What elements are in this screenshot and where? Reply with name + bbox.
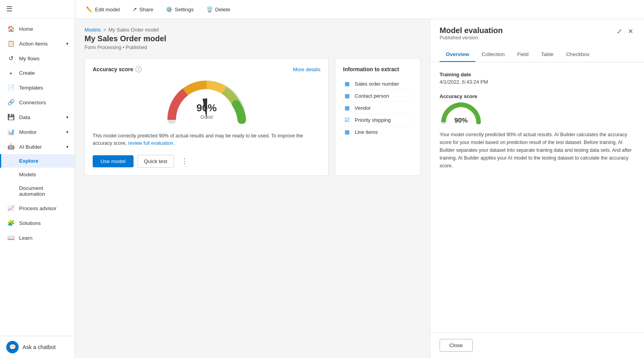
extract-item: ▦Vendor — [343, 102, 412, 114]
panel-body: Training date 4/1/2022, 6:43:24 PM Accur… — [430, 62, 644, 332]
sidebar-nav: 🏠 Home 📋 Action items ▾↺ My flows + Crea… — [0, 18, 75, 336]
extract-item: ☑Priority shipping — [343, 114, 412, 126]
checkbox-icon: ☑ — [343, 117, 351, 123]
table-icon: ▦ — [343, 81, 351, 87]
right-panel: Model evaluation Published version ⤢ ✕ O… — [430, 19, 644, 358]
top-toolbar: ✏️ Edit model ↗ Share ⚙️ Settings 🗑️ Del… — [75, 0, 644, 19]
ai-builder-icon: 🤖 — [7, 143, 14, 150]
more-options-button[interactable]: ⋮ — [178, 155, 191, 167]
close-panel-button[interactable]: ✕ — [626, 26, 635, 37]
tab-overview[interactable]: Overview — [440, 47, 475, 62]
edit-model-button[interactable]: ✏️ Edit model — [84, 5, 121, 14]
sidebar-item-connectors[interactable]: 🔗 Connectors — [0, 95, 75, 110]
more-details-link[interactable]: More details — [293, 67, 320, 72]
gauge-good-label: Good — [196, 114, 216, 120]
sidebar-item-action-items[interactable]: 📋 Action items ▾ — [0, 36, 75, 51]
extract-item-label: Vendor — [355, 105, 371, 111]
mini-gauge-pct: 90% — [454, 117, 468, 125]
extract-item: ▦Sales order number — [343, 78, 412, 90]
panel-accuracy-section: Accuracy score 90% Your model correctly … — [440, 93, 635, 170]
use-model-button[interactable]: Use model — [93, 155, 134, 167]
table-icon: ▦ — [343, 105, 351, 111]
extract-list: ▦Sales order number▦Contact person▦Vendo… — [343, 78, 412, 138]
share-icon: ↗ — [132, 6, 137, 12]
chevron-icon: ▾ — [66, 130, 69, 135]
chevron-icon: ▾ — [66, 41, 69, 46]
share-button[interactable]: ↗ Share — [131, 5, 155, 14]
quick-test-button[interactable]: Quick test — [137, 155, 174, 168]
settings-icon: ⚙️ — [166, 6, 172, 12]
sidebar-item-monitor[interactable]: 📊 Monitor ▾ — [0, 125, 75, 139]
extract-item-label: Priority shipping — [355, 117, 391, 123]
accuracy-description: This model correctly predicted 90% of ac… — [93, 132, 320, 147]
chevron-icon: ▾ — [66, 115, 69, 120]
review-evaluation-link[interactable]: review full evaluation — [128, 140, 173, 146]
card-actions: Use model Quick test ⋮ — [93, 155, 320, 168]
content-grid: Accuracy score i More details — [84, 58, 421, 176]
panel-header-top: Model evaluation Published version ⤢ ✕ — [440, 26, 635, 46]
breadcrumb: Models > My Sales Order model — [84, 27, 421, 33]
sidebar-item-label: My flows — [19, 56, 40, 61]
settings-button[interactable]: ⚙️ Settings — [164, 5, 195, 14]
panel-header: Model evaluation Published version ⤢ ✕ O… — [430, 19, 644, 62]
info-icon[interactable]: i — [135, 66, 142, 72]
home-icon: 🏠 — [7, 25, 14, 32]
sidebar-item-process-advisor[interactable]: 📈 Process advisor — [0, 201, 75, 216]
panel-title: Model evaluation Published version — [440, 26, 503, 46]
action-items-icon: 📋 — [7, 40, 14, 47]
my-flows-icon: ↺ — [7, 55, 14, 62]
training-date-value: 4/1/2022, 6:43:24 PM — [440, 79, 635, 85]
sidebar-item-label: Models — [19, 172, 36, 177]
close-button[interactable]: Close — [440, 339, 473, 352]
training-date-label: Training date — [440, 72, 635, 77]
hamburger-icon[interactable]: ☰ — [6, 5, 12, 13]
sidebar-item-create[interactable]: + Create — [0, 66, 75, 80]
delete-icon: 🗑️ — [206, 6, 213, 12]
process-advisor-icon: 📈 — [7, 205, 14, 212]
panel-footer: Close — [430, 332, 644, 358]
sidebar-item-ai-builder[interactable]: 🤖 AI Builder ▾ — [0, 139, 75, 154]
sidebar: ☰ 🏠 Home 📋 Action items ▾↺ My flows + Cr… — [0, 0, 75, 358]
page-title: My Sales Order model — [84, 34, 421, 43]
tab-checkbox[interactable]: Checkbox — [560, 47, 596, 62]
breadcrumb-current: My Sales Order model — [109, 27, 159, 33]
sidebar-item-label: Monitor — [19, 129, 37, 135]
sidebar-item-templates[interactable]: 📄 Templates — [0, 80, 75, 95]
create-icon: + — [7, 70, 14, 76]
expand-panel-button[interactable]: ⤢ — [615, 26, 623, 37]
sidebar-item-models[interactable]: Models — [0, 168, 75, 181]
chatbot-avatar-icon: 💬 — [6, 341, 19, 353]
solutions-icon: 🧩 — [7, 219, 14, 226]
chevron-icon: ▾ — [66, 144, 69, 149]
info-card-title: Information to extract — [343, 66, 412, 72]
tab-field[interactable]: Field — [511, 47, 535, 62]
chatbot-label[interactable]: Ask a chatbot — [23, 344, 56, 350]
sidebar-item-document-automation[interactable]: Document automation — [0, 181, 75, 201]
sidebar-item-data[interactable]: 💾 Data ▾ — [0, 110, 75, 125]
templates-icon: 📄 — [7, 84, 14, 91]
sidebar-item-label: Explore — [19, 158, 39, 164]
sidebar-item-label: Solutions — [19, 220, 41, 226]
extract-item-label: Sales order number — [355, 81, 399, 87]
info-extract-card: Information to extract ▦Sales order numb… — [335, 58, 421, 176]
extract-item-label: Contact person — [355, 93, 389, 99]
panel-accuracy-label: Accuracy score — [440, 93, 635, 99]
sidebar-bottom: 💬 Ask a chatbot — [0, 336, 75, 358]
sidebar-item-home[interactable]: 🏠 Home — [0, 21, 75, 36]
card-header: Accuracy score i More details — [93, 66, 320, 72]
sidebar-item-learn[interactable]: 📖 Learn — [0, 230, 75, 245]
table-icon: ▦ — [343, 129, 351, 135]
sidebar-top: ☰ — [0, 0, 75, 18]
sidebar-item-solutions[interactable]: 🧩 Solutions — [0, 216, 75, 230]
breadcrumb-models-link[interactable]: Models — [84, 27, 101, 33]
panel-actions: ⤢ ✕ — [615, 26, 635, 37]
sidebar-item-explore[interactable]: Explore — [0, 154, 75, 168]
tab-table[interactable]: Table — [535, 47, 560, 62]
delete-button[interactable]: 🗑️ Delete — [205, 5, 232, 14]
sidebar-item-my-flows[interactable]: ↺ My flows — [0, 51, 75, 66]
page-subtitle: Form Processing • Published — [84, 45, 421, 50]
tab-collection[interactable]: Collection — [475, 47, 511, 62]
data-icon: 💾 — [7, 114, 14, 121]
extract-item-label: Line items — [355, 129, 378, 135]
page-body: Models > My Sales Order model My Sales O… — [75, 19, 430, 358]
